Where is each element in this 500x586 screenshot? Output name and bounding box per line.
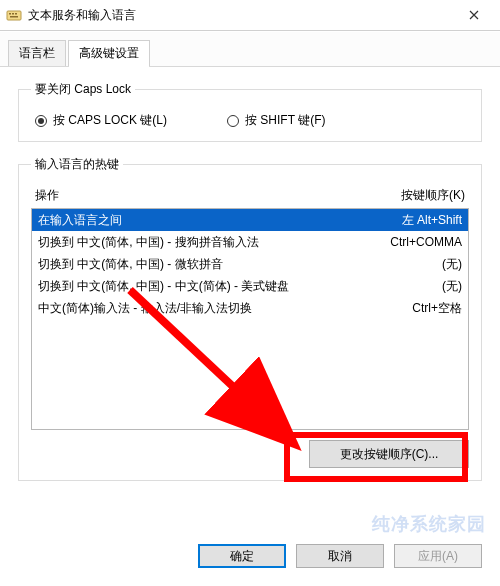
list-item-action: 切换到 中文(简体, 中国) - 搜狗拼音输入法 [38,233,380,251]
apply-button[interactable]: 应用(A) [394,544,482,568]
list-item-action: 中文(简体)输入法 - 输入法/非输入法切换 [38,299,402,317]
radio-capslock-key-label: 按 CAPS LOCK 键(L) [53,112,167,129]
svg-rect-2 [12,13,14,15]
list-item-keys: 左 Alt+Shift [392,211,462,229]
list-item-keys: (无) [432,277,462,295]
svg-rect-3 [15,13,17,15]
capslock-legend: 要关闭 Caps Lock [31,81,135,98]
list-item[interactable]: 切换到 中文(简体, 中国) - 微软拼音 (无) [32,253,468,275]
hotkeys-columns: 操作 按键顺序(K) [31,183,469,208]
tab-row: 语言栏 高级键设置 [0,31,500,67]
tab-advanced-key-settings[interactable]: 高级键设置 [68,40,150,66]
list-item[interactable]: 在输入语言之间 左 Alt+Shift [32,209,468,231]
radio-dot-icon [35,115,47,127]
close-icon [469,7,479,23]
radio-shift-key[interactable]: 按 SHIFT 键(F) [227,112,325,129]
tab-language-bar[interactable]: 语言栏 [8,40,66,66]
radio-dot-icon [227,115,239,127]
svg-rect-4 [10,16,18,18]
watermark-brand: 纯净系统家园 [372,512,486,536]
list-item-action: 在输入语言之间 [38,211,392,229]
list-item-action: 切换到 中文(简体, 中国) - 微软拼音 [38,255,432,273]
cancel-button[interactable]: 取消 [296,544,384,568]
hotkeys-listbox[interactable]: 在输入语言之间 左 Alt+Shift 切换到 中文(简体, 中国) - 搜狗拼… [31,208,469,430]
hotkeys-legend: 输入语言的热键 [31,156,123,173]
list-item[interactable]: 切换到 中文(简体, 中国) - 中文(简体) - 美式键盘 (无) [32,275,468,297]
list-item[interactable]: 切换到 中文(简体, 中国) - 搜狗拼音输入法 Ctrl+COMMA [32,231,468,253]
keyboard-icon [6,7,22,23]
svg-rect-1 [9,13,11,15]
change-key-sequence-button[interactable]: 更改按键顺序(C)... [309,440,469,468]
window-title: 文本服务和输入语言 [28,7,454,24]
hotkeys-group: 输入语言的热键 操作 按键顺序(K) 在输入语言之间 左 Alt+Shift 切… [18,156,482,481]
list-item-keys: Ctrl+COMMA [380,233,462,251]
ok-button[interactable]: 确定 [198,544,286,568]
dialog-footer: 确定 取消 应用(A) [0,534,500,586]
list-item-keys: Ctrl+空格 [402,299,462,317]
capslock-group: 要关闭 Caps Lock 按 CAPS LOCK 键(L) 按 SHIFT 键… [18,81,482,142]
column-keys: 按键顺序(K) [401,187,465,204]
list-item[interactable]: 中文(简体)输入法 - 输入法/非输入法切换 Ctrl+空格 [32,297,468,319]
column-action: 操作 [35,187,401,204]
titlebar: 文本服务和输入语言 [0,0,500,31]
svg-rect-0 [7,11,21,20]
list-item-keys: (无) [432,255,462,273]
radio-shift-key-label: 按 SHIFT 键(F) [245,112,325,129]
list-item-action: 切换到 中文(简体, 中国) - 中文(简体) - 美式键盘 [38,277,432,295]
window-close-button[interactable] [454,0,494,30]
radio-capslock-key[interactable]: 按 CAPS LOCK 键(L) [35,112,167,129]
